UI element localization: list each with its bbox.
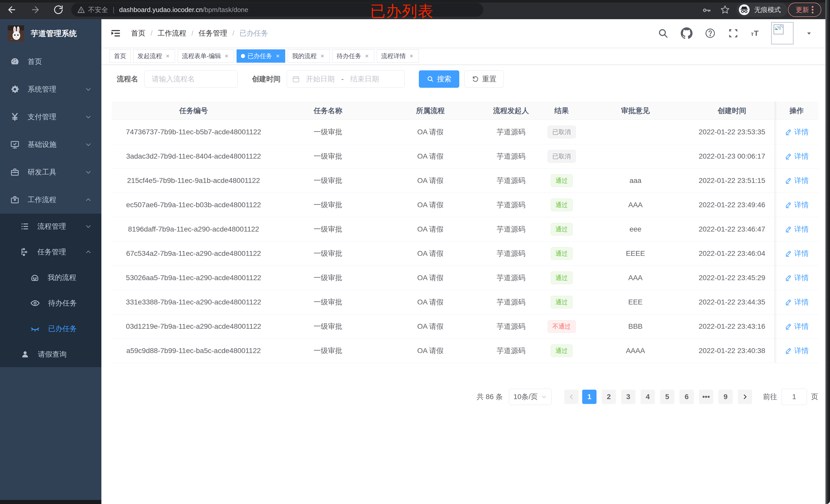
search-form: 流程名 创建时间 - 搜索 重置 (111, 70, 830, 88)
tab-待办任务[interactable]: 待办任务× (332, 49, 374, 63)
tab-发起流程[interactable]: 发起流程× (133, 49, 175, 63)
page-button-3[interactable]: 3 (621, 390, 635, 404)
tab-label: 首页 (114, 52, 126, 60)
tab-close-icon[interactable]: × (275, 53, 281, 60)
column-header: 审批意见 (581, 102, 690, 120)
sidebar-item-home[interactable]: 首页 (0, 48, 101, 75)
edit-pen-icon (785, 153, 792, 160)
tab-流程表单-编辑[interactable]: 流程表单-编辑× (178, 49, 234, 63)
page-button-9[interactable]: 9 (719, 390, 733, 404)
tab-已办任务[interactable]: 已办任务× (236, 49, 285, 63)
detail-link[interactable]: 详情 (785, 224, 809, 234)
browser-update-button[interactable]: 更新 (788, 3, 821, 17)
page-button-6[interactable]: 6 (679, 390, 694, 404)
cell-result: 通过 (542, 217, 581, 241)
tab-首页[interactable]: 首页 (109, 49, 131, 63)
page-button-1[interactable]: 1 (582, 390, 597, 404)
help-icon[interactable] (705, 28, 715, 39)
font-size-icon[interactable]: тT (751, 29, 759, 38)
browser-back-button[interactable] (6, 4, 18, 15)
cell-result: 通过 (542, 339, 581, 363)
detail-link-label: 详情 (794, 176, 809, 186)
sidebar-item-my-process[interactable]: 我的流程 (0, 265, 101, 290)
cell-id: 03d1219e-7b9a-11ec-a290-acde48001122 (111, 314, 276, 339)
date-range-picker[interactable]: - (287, 70, 405, 88)
page-button-4[interactable]: 4 (641, 390, 655, 404)
detail-link[interactable]: 详情 (785, 127, 809, 137)
detail-link[interactable]: 详情 (785, 152, 809, 161)
cell-result: 通过 (542, 266, 581, 290)
cell-id: 215cf4e5-7b9b-11ec-9a1b-acde48001122 (111, 169, 276, 193)
sidebar-collapse-button[interactable] (110, 28, 121, 38)
page-button-2[interactable]: 2 (602, 390, 616, 404)
prev-page-button[interactable] (564, 390, 579, 404)
sidebar-item-payment[interactable]: 支付管理 (0, 103, 101, 131)
sidebar-item-infrastructure[interactable]: 基础设施 (0, 131, 101, 158)
bookmark-star-icon[interactable] (720, 5, 730, 15)
sidebar-item-label: 已办任务 (48, 324, 77, 334)
tab-我的流程[interactable]: 我的流程× (288, 49, 330, 63)
sidebar-item-system[interactable]: 系统管理 (0, 75, 101, 103)
process-name-input[interactable] (145, 70, 237, 88)
avatar-caret-icon[interactable] (806, 30, 812, 36)
reset-button[interactable]: 重置 (465, 70, 504, 88)
edit-pen-icon (785, 323, 792, 330)
detail-link[interactable]: 详情 (785, 176, 809, 186)
tab-close-icon[interactable]: × (364, 53, 370, 60)
detail-link[interactable]: 详情 (785, 322, 809, 331)
fullscreen-icon[interactable] (728, 28, 739, 39)
cell-process-name: OA 请假 (380, 120, 480, 144)
sidebar-item-workflow[interactable]: 工作流程 (0, 186, 101, 214)
goto-page-input[interactable] (781, 389, 807, 405)
sidebar-item-devtools[interactable]: 研发工具 (0, 158, 101, 186)
cell-created-time: 2022-01-22 23:53:35 (690, 120, 774, 144)
cell-result: 已取消 (542, 120, 581, 144)
detail-link[interactable]: 详情 (785, 346, 809, 356)
breadcrumb-item[interactable]: 工作流程 (158, 28, 186, 38)
detail-link[interactable]: 详情 (785, 297, 809, 307)
cell-comment: EEE (581, 290, 690, 314)
sidebar-item-process-mgmt[interactable]: 流程管理 (0, 214, 101, 239)
detail-link[interactable]: 详情 (785, 200, 809, 210)
sidebar-item-done-tasks[interactable]: 已办任务 (0, 316, 101, 341)
detail-link[interactable]: 详情 (785, 249, 809, 258)
search-icon[interactable] (658, 28, 668, 39)
breadcrumb-separator: / (232, 29, 234, 37)
page-button-5[interactable]: 5 (660, 390, 674, 404)
detail-link[interactable]: 详情 (785, 273, 809, 283)
breadcrumb-item[interactable]: 任务管理 (199, 28, 227, 38)
tab-close-icon[interactable]: × (165, 53, 171, 60)
cell-result: 通过 (542, 193, 581, 217)
tab-close-icon[interactable]: × (224, 53, 230, 60)
end-date-input[interactable] (344, 75, 385, 83)
tab-流程详情[interactable]: 流程详情× (377, 49, 419, 63)
cell-starter: 芋道源码 (480, 339, 542, 363)
pager-ellipsis[interactable]: ••• (699, 390, 713, 404)
breadcrumb-item[interactable]: 首页 (131, 28, 146, 38)
cell-actions: 详情 (774, 339, 819, 363)
password-key-icon[interactable] (702, 6, 711, 15)
github-icon[interactable] (681, 27, 693, 39)
tab-close-icon[interactable]: × (319, 53, 325, 60)
sidebar-logo[interactable]: 芋道管理系统 (0, 19, 101, 48)
security-label: 不安全 (88, 5, 108, 14)
sidebar-item-leave-query[interactable]: 请假查询 (0, 341, 101, 367)
sidebar-item-todo-tasks[interactable]: 待办任务 (0, 290, 101, 316)
tab-close-icon[interactable]: × (408, 53, 414, 60)
column-header: 任务编号 (111, 102, 276, 120)
avatar[interactable] (771, 22, 794, 44)
page-size-select[interactable]: 10条/页 (509, 389, 551, 405)
cell-starter: 芋道源码 (480, 266, 542, 290)
sidebar-item-task-mgmt[interactable]: 任务管理 (0, 239, 101, 265)
start-date-input[interactable] (300, 75, 341, 83)
browser-forward-button[interactable] (30, 4, 41, 15)
chevron-down-icon (85, 141, 92, 148)
sidebar-item-label: 支付管理 (28, 112, 56, 122)
search-button[interactable]: 搜索 (419, 70, 459, 88)
cell-id: 67c534a2-7b9a-11ec-a290-acde48001122 (111, 241, 276, 266)
next-page-button[interactable] (738, 390, 752, 404)
browser-reload-button[interactable] (53, 4, 64, 15)
cell-starter: 芋道源码 (480, 314, 542, 339)
detail-link-label: 详情 (794, 273, 809, 283)
yen-icon (10, 112, 20, 122)
